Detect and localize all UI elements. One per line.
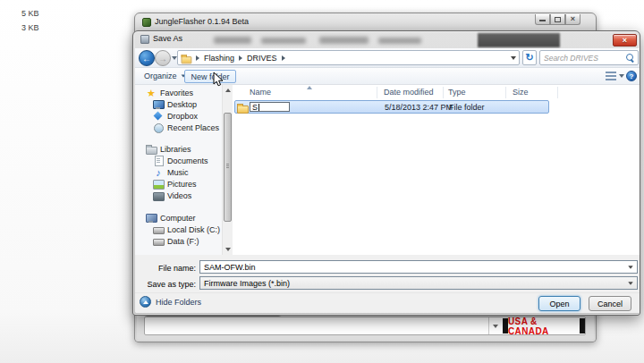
recent-places-icon [153,122,164,133]
sidebar-group-libraries[interactable]: Libraries [146,143,191,155]
desktop-background: 5 KB 3 KB JungleFlasher 0.1.94 Beta × US… [0,0,644,363]
column-separator[interactable] [505,87,506,98]
dialog-title: Save As [153,34,182,43]
new-folder-button[interactable]: New folder [184,70,236,83]
sidebar-item-music[interactable]: ♪ Music [153,166,189,178]
sticker-bar [580,318,585,333]
window-controls: × [535,14,580,25]
minimize-button[interactable] [535,14,550,25]
forward-arrow-icon: → [158,54,167,63]
videos-icon [153,190,164,201]
column-header-size[interactable]: Size [513,88,529,97]
sidebar-item-label: Videos [167,191,191,200]
sidebar-item-videos[interactable]: Videos [153,190,191,201]
maximize-icon [555,17,561,22]
mouse-cursor [213,72,224,88]
change-view-button[interactable] [606,72,624,80]
breadcrumb-separator-icon [239,55,242,61]
forward-button[interactable]: → [155,50,171,66]
sidebar-item-dropbox[interactable]: Dropbox [153,110,198,122]
combo-dropdown-button[interactable] [488,317,502,334]
glass-reflection [214,37,251,44]
dialog-footer: Hide Folders Open Cancel [135,292,640,313]
sidebar-group-computer[interactable]: Computer [146,212,196,224]
file-name-label: File name: [139,264,196,273]
column-header-type[interactable]: Type [448,88,466,97]
dialog-close-button[interactable]: × [613,34,637,46]
column-separator[interactable] [377,87,377,98]
sidebar-group-favorites[interactable]: ★ Favorites [146,87,193,98]
sidebar-item-desktop[interactable]: Desktop [153,98,197,110]
address-dropdown-icon[interactable] [511,56,516,60]
star-icon: ★ [146,88,157,98]
music-icon: ♪ [153,167,164,178]
sidebar-item-pictures[interactable]: Pictures [153,178,197,190]
glass-reflection [319,37,369,44]
cell-date-modified: 5/18/2013 2:47 PM [385,103,453,112]
column-header-date-modified[interactable]: Date modified [384,88,434,97]
computer-icon [146,213,157,224]
close-icon: × [571,15,575,23]
jungleflasher-window-title: JungleFlasher 0.1.94 Beta [155,17,249,26]
text-caret [258,104,259,111]
breadcrumb[interactable]: Flashing DRIVES [177,50,520,65]
sidebar-item-label: Pictures [167,180,197,189]
file-name-combobox[interactable]: SAM-OFW.bin [199,260,638,274]
maximize-button[interactable] [550,14,565,25]
back-button[interactable]: ← [139,50,155,66]
open-button[interactable]: Open [538,296,580,311]
chevron-down-icon [493,325,498,328]
new-folder-name-input[interactable]: S [250,102,290,112]
content-area: ★ Favorites Desktop Dropbox Recent Place… [135,85,640,255]
sidebar-item-recent-places[interactable]: Recent Places [153,122,219,133]
scrollbar-thumb[interactable] [224,113,232,222]
arrow-up-icon [225,89,231,92]
breadcrumb-separator-icon [196,55,199,61]
refresh-icon: ↻ [525,52,533,63]
sidebar-item-local-disk-c[interactable]: Local Disk (C:) [153,224,220,235]
sort-ascending-icon [307,86,312,89]
save-as-type-value: Firmware Images (*.bin) [204,279,628,288]
libraries-icon [146,144,157,155]
hide-folders-label: Hide Folders [156,298,201,307]
breadcrumb-item-drives[interactable]: DRIVES [247,54,277,63]
breadcrumb-item-flashing[interactable]: Flashing [204,54,234,63]
sidebar-item-label: Dropbox [167,112,198,121]
jungleflasher-output-panel: USA & CANADA [144,317,586,335]
save-as-type-combobox[interactable]: Firmware Images (*.bin) [199,276,638,290]
hide-folders-button[interactable]: Hide Folders [140,296,201,308]
table-row[interactable]: S 5/18/2013 2:47 PM File folder [234,100,549,114]
refresh-button[interactable]: ↻ [522,50,537,65]
arrow-down-icon [225,248,231,251]
search-box [539,50,639,65]
column-header-name[interactable]: Name [250,88,271,97]
organize-menu-button[interactable]: Organize [144,72,186,80]
sidebar-item-label: Desktop [167,100,197,109]
chevron-down-icon [628,282,632,285]
chevron-down-icon [619,74,624,78]
organize-label: Organize [144,72,177,80]
new-folder-name-text: S [252,103,258,112]
folder-icon [182,53,191,63]
search-input[interactable] [544,54,626,63]
column-separator[interactable] [443,87,444,98]
sidebar-item-label: Recent Places [167,123,219,132]
file-size-label: 3 KB [21,23,39,32]
pictures-icon [153,179,164,190]
cancel-button[interactable]: Cancel [589,296,631,311]
collapse-icon [140,296,151,308]
help-button[interactable]: ? [626,71,637,81]
filename-fields: File name: SAM-OFW.bin Save as type: Fir… [135,255,640,292]
glass-reflection [378,38,421,44]
save-as-icon [140,35,149,44]
sidebar-item-data-f[interactable]: Data (F:) [153,235,199,247]
sidebar-item-label: Local Disk (C:) [167,225,220,234]
hard-drive-icon [153,236,164,247]
back-arrow-icon: ← [142,54,151,63]
save-as-type-label: Save as type: [139,280,196,289]
cancel-button-label: Cancel [597,300,623,308]
sidebar-scrollbar[interactable] [222,85,233,255]
close-button[interactable]: × [565,14,580,25]
column-separator[interactable] [557,87,558,98]
sidebar-item-documents[interactable]: Documents [153,155,208,166]
